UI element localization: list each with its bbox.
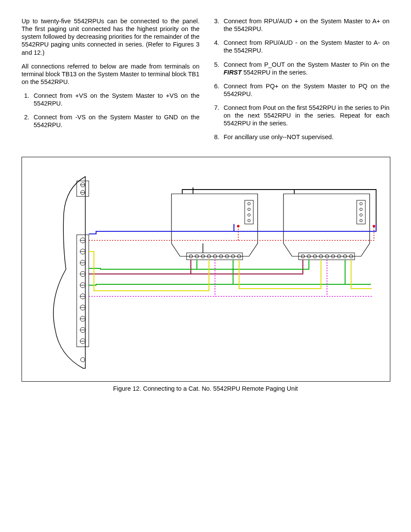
svg-point-29 [248,208,250,211]
right-column: Connect from RPU/AUD + on the System Mas… [212,17,389,147]
svg-point-26 [81,358,85,362]
left-column: Up to twenty-five 5542RPUs can be connec… [22,17,199,147]
svg-rect-0 [77,181,89,196]
steps-list-left: Connect from +VS on the System Master to… [22,92,199,129]
svg-point-45 [360,214,362,216]
svg-point-31 [248,219,250,222]
wiring-diagram-svg [22,157,390,381]
text-columns: Up to twenty-five 5542RPUs can be connec… [22,17,389,147]
intro-paragraph-1: Up to twenty-five 5542RPUs can be connec… [22,17,199,56]
intro-paragraph-2: All connections referred to below are ma… [22,62,199,86]
step-7: Connect from Pout on the first 5542RPU i… [221,104,389,127]
svg-rect-27 [245,200,253,224]
step-3: Connect from RPU/AUD + on the System Mas… [221,17,389,33]
step-5-part-b: 5542RPU in the series. [242,69,308,76]
svg-point-46 [360,219,362,222]
step-1: Connect from +VS on the System Master to… [31,92,199,107]
svg-point-30 [248,214,250,216]
figure-caption: Figure 12. Connecting to a Cat. No. 5542… [22,385,389,392]
figure-12-diagram [22,157,390,382]
step-5-part-a: Connect from P_OUT on the System Master … [224,61,389,68]
step-6: Connect from PQ+ on the System Master to… [221,82,389,98]
svg-point-28 [248,202,250,205]
step-5-first: FIRST [224,69,242,76]
svg-point-57 [237,225,240,227]
step-2: Connect from -VS on the System Master to… [31,113,199,129]
svg-rect-42 [357,200,365,224]
steps-list-right: Connect from RPU/AUD + on the System Mas… [212,17,389,141]
step-8: For ancillary use only--NOT supervised. [221,133,389,141]
svg-point-43 [360,202,362,205]
svg-point-44 [360,208,362,211]
svg-point-58 [373,225,375,227]
step-4: Connect from RPU/AUD - on the System Mas… [221,39,389,54]
step-5: Connect from P_OUT on the System Master … [221,61,389,76]
